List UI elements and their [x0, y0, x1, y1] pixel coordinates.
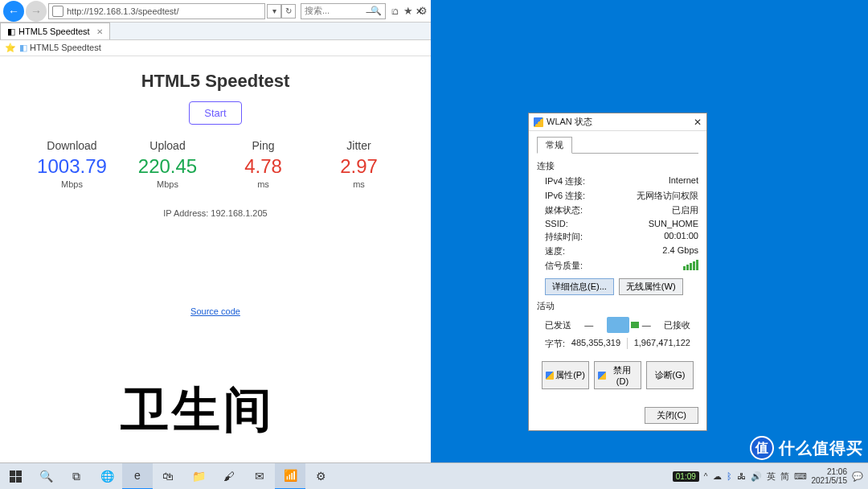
metric-jitter: Jitter2.97ms — [311, 139, 407, 189]
bytes-label: 字节: — [545, 338, 565, 350]
shield-icon — [534, 117, 543, 127]
nav-back-button[interactable]: ← — [3, 1, 24, 22]
watermark: 值 什么值得买 — [750, 436, 863, 460]
metric-ping: Ping4.78ms — [215, 139, 311, 189]
ie-window: ← → http://192.168.1.3/speedtest/ ▾ ↻ 搜索… — [0, 0, 431, 462]
metric-unit: Mbps — [24, 179, 120, 189]
ime-lang[interactable]: 英 — [767, 471, 776, 483]
minimize-button[interactable]: — — [358, 0, 383, 23]
wlan-value — [683, 260, 698, 272]
wlan-row: IPv6 连接:无网络访问权限 — [545, 190, 698, 202]
wlan-tab-general[interactable]: 常规 — [537, 137, 572, 154]
metric-unit: ms — [215, 179, 311, 189]
diagnose-button[interactable]: 诊断(G) — [646, 361, 694, 389]
signal-strength-icon — [683, 260, 698, 270]
ip-address-text: IP Address: 192.168.1.205 — [16, 208, 415, 218]
wlan-value: Internet — [669, 175, 698, 187]
maximize-button[interactable]: □ — [383, 0, 407, 23]
received-label: 已接收 — [664, 319, 690, 331]
start-menu-button[interactable] — [0, 463, 31, 490]
close-button[interactable]: 关闭(C) — [645, 407, 698, 424]
wlan-value: 2.4 Gbps — [662, 245, 698, 257]
tab-close-icon[interactable]: ✕ — [96, 27, 103, 36]
shield-icon — [546, 372, 554, 380]
metric-value: 1003.79 — [24, 155, 120, 178]
globe-icon — [52, 6, 63, 17]
refresh-icon[interactable]: ↻ — [281, 4, 296, 18]
wlan-close-icon[interactable]: ✕ — [694, 117, 702, 128]
wlan-taskbar-icon[interactable]: 📶 — [275, 463, 305, 490]
wlan-key: 媒体状态: — [545, 204, 583, 216]
sent-label: 已发送 — [545, 319, 571, 331]
wlan-row: 速度:2.4 Gbps — [545, 245, 698, 257]
wlan-key: 持续时间: — [545, 231, 583, 243]
onedrive-icon[interactable]: ☁ — [713, 471, 722, 482]
close-button[interactable]: ✕ — [407, 0, 431, 23]
settings-icon[interactable]: ⚙ — [305, 463, 336, 490]
fav-star-icon[interactable]: ⭐ — [5, 43, 16, 53]
connection-section-label: 连接 — [537, 160, 698, 172]
shield-icon — [598, 372, 606, 380]
explorer-icon[interactable]: 📁 — [183, 463, 214, 490]
app-icon[interactable]: 🖌 — [214, 463, 244, 490]
bytes-received: 1,967,471,122 — [634, 338, 690, 350]
metric-label: Ping — [215, 139, 311, 152]
wlan-row: IPv4 连接:Internet — [545, 175, 698, 187]
activity-section-label: 活动 — [537, 300, 698, 312]
metric-unit: Mbps — [120, 179, 215, 189]
ie-titlebar: ← → http://192.168.1.3/speedtest/ ▾ ↻ 搜索… — [0, 0, 431, 23]
volume-icon[interactable]: 🔊 — [751, 471, 762, 482]
clock[interactable]: 21:06 2021/5/15 — [812, 467, 848, 485]
wlan-row: 媒体状态:已启用 — [545, 204, 698, 216]
details-button[interactable]: 详细信息(E)... — [545, 278, 614, 295]
ie-icon[interactable]: e — [122, 463, 153, 490]
taskbar: 🔍 ⧉ 🌐 e 🛍 📁 🖌 ✉ 📶 ⚙ 01:09 ^ ☁ ᛒ 🖧 🔊 英 简 … — [0, 462, 868, 489]
network-tray-icon[interactable]: 🖧 — [737, 471, 746, 481]
bluetooth-icon[interactable]: ᛒ — [727, 471, 732, 481]
wlan-value: 00:01:00 — [664, 231, 698, 243]
wlan-row: 持续时间:00:01:00 — [545, 231, 698, 243]
recorder-badge[interactable]: 01:09 — [673, 471, 699, 482]
wlan-value: 无网络访问权限 — [637, 190, 698, 202]
store-icon[interactable]: 🛍 — [153, 463, 183, 490]
metric-value: 4.78 — [215, 155, 311, 178]
notifications-icon[interactable]: 💬 — [852, 471, 863, 482]
wireless-properties-button[interactable]: 无线属性(W) — [619, 278, 683, 295]
tray-caret-icon[interactable]: ^ — [704, 472, 708, 481]
wlan-value: 已启用 — [672, 204, 698, 216]
handwriting-label: 卫生间 — [121, 378, 275, 443]
network-activity-icon — [607, 317, 629, 333]
metric-value: 220.45 — [120, 155, 215, 178]
nav-forward-button[interactable]: → — [26, 1, 47, 22]
ime-icon[interactable]: ⌨ — [794, 471, 807, 482]
wlan-title-text: WLAN 状态 — [547, 116, 592, 128]
wlan-row: 信号质量: — [545, 260, 698, 272]
address-bar[interactable]: http://192.168.1.3/speedtest/ — [48, 3, 265, 19]
source-code-link[interactable]: Source code — [190, 306, 240, 316]
ime-mode[interactable]: 简 — [780, 471, 789, 483]
watermark-badge: 值 — [750, 436, 774, 460]
app-icon[interactable]: ✉ — [244, 463, 275, 490]
task-view-icon[interactable]: ⧉ — [61, 463, 92, 490]
wlan-value: SUN_HOME — [649, 219, 698, 228]
dropdown-icon[interactable]: ▾ — [267, 4, 281, 18]
wlan-key: 速度: — [545, 245, 565, 257]
page-content: HTML5 Speedtest Start Download1003.79Mbp… — [0, 56, 431, 326]
fav-item[interactable]: ◧ HTML5 Speedtest — [19, 43, 101, 53]
metric-download: Download1003.79Mbps — [24, 139, 120, 189]
browser-tab[interactable]: ◧ HTML5 Speedtest ✕ — [0, 23, 110, 39]
metric-label: Jitter — [311, 139, 407, 152]
start-button[interactable]: Start — [189, 101, 241, 125]
tab-title: HTML5 Speedtest — [18, 27, 90, 36]
search-icon[interactable]: 🔍 — [31, 463, 61, 490]
disable-button[interactable]: 禁用(D) — [594, 361, 641, 389]
properties-button[interactable]: 属性(P) — [542, 361, 589, 389]
wlan-key: IPv6 连接: — [545, 190, 585, 202]
wlan-titlebar[interactable]: WLAN 状态 ✕ — [529, 113, 706, 131]
wlan-key: SSID: — [545, 219, 568, 228]
address-buttons: ▾ ↻ — [267, 4, 296, 18]
wlan-key: IPv4 连接: — [545, 175, 585, 187]
metric-unit: ms — [311, 179, 407, 189]
wlan-status-dialog: WLAN 状态 ✕ 常规 连接 IPv4 连接:InternetIPv6 连接:… — [528, 113, 707, 431]
edge-icon[interactable]: 🌐 — [92, 463, 122, 490]
